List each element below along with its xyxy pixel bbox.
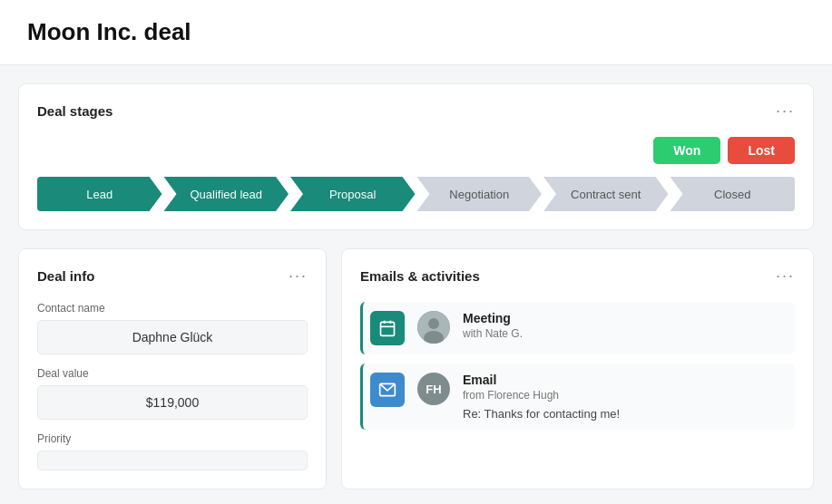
pipeline-stages: LeadQualified leadProposalNegotiationCon… <box>37 177 795 211</box>
activity-text-1: Emailfrom Florence HughRe: Thanks for co… <box>463 373 620 421</box>
main-content: Deal stages ··· Won Lost LeadQualified l… <box>0 65 832 504</box>
deal-info-title: Deal info <box>37 268 94 284</box>
activities-list: Meetingwith Nate G. FHEmailfrom Florence… <box>360 302 795 430</box>
field-label-2: Priority <box>37 432 308 445</box>
deal-info-fields: Contact nameDaphne GlückDeal value$119,0… <box>37 302 308 470</box>
activities-header: Emails & activities ··· <box>360 267 795 284</box>
deal-info-card: Deal info ··· Contact nameDaphne GlückDe… <box>18 248 327 489</box>
activity-subtitle-0: with Nate G. <box>463 327 523 340</box>
lost-button[interactable]: Lost <box>728 137 795 164</box>
deal-info-header: Deal info ··· <box>37 267 308 284</box>
activity-text-0: Meetingwith Nate G. <box>463 311 523 340</box>
activity-preview-1: Re: Thanks for contacting me! <box>463 407 620 421</box>
page-header: Moon Inc. deal <box>0 0 832 65</box>
pipeline-stage-closed[interactable]: Closed <box>670 177 796 211</box>
pipeline-stage-contract-sent[interactable]: Contract sent <box>543 177 669 211</box>
won-lost-row: Won Lost <box>37 137 795 164</box>
meeting-icon <box>370 311 405 345</box>
bottom-row: Deal info ··· Contact nameDaphne GlückDe… <box>18 248 814 489</box>
deal-stages-title: Deal stages <box>37 103 113 119</box>
pipeline-stage-proposal[interactable]: Proposal <box>290 177 416 211</box>
activity-avatar-1: FH <box>417 373 450 405</box>
activity-avatar-0 <box>417 311 450 344</box>
email-icon <box>370 373 405 407</box>
svg-rect-0 <box>381 322 395 335</box>
activity-item-email[interactable]: FHEmailfrom Florence HughRe: Thanks for … <box>360 363 795 430</box>
pipeline-stage-negotiation[interactable]: Negotiation <box>417 177 543 211</box>
page-title: Moon Inc. deal <box>27 18 805 46</box>
deal-stages-more-button[interactable]: ··· <box>776 102 795 119</box>
pipeline-stage-qualified-lead[interactable]: Qualified lead <box>164 177 289 211</box>
won-button[interactable]: Won <box>653 137 720 164</box>
pipeline-stage-lead[interactable]: Lead <box>37 177 162 211</box>
activity-title-1: Email <box>463 373 620 387</box>
svg-point-5 <box>428 318 439 329</box>
deal-stages-header: Deal stages ··· <box>37 102 795 119</box>
activity-item-meeting[interactable]: Meetingwith Nate G. <box>360 302 795 354</box>
activities-card: Emails & activities ··· Meetingwith Nate… <box>341 248 814 489</box>
field-label-0: Contact name <box>37 302 308 315</box>
field-value-1: $119,000 <box>37 385 308 420</box>
activity-subtitle-1: from Florence Hugh <box>463 389 620 402</box>
field-value-2[interactable] <box>37 451 308 470</box>
deal-info-more-button[interactable]: ··· <box>289 267 308 284</box>
activities-title: Emails & activities <box>360 268 480 284</box>
field-label-1: Deal value <box>37 367 308 380</box>
activities-more-button[interactable]: ··· <box>776 267 795 284</box>
deal-stages-card: Deal stages ··· Won Lost LeadQualified l… <box>18 83 814 230</box>
activity-title-0: Meeting <box>463 311 523 325</box>
field-value-0: Daphne Glück <box>37 320 308 354</box>
